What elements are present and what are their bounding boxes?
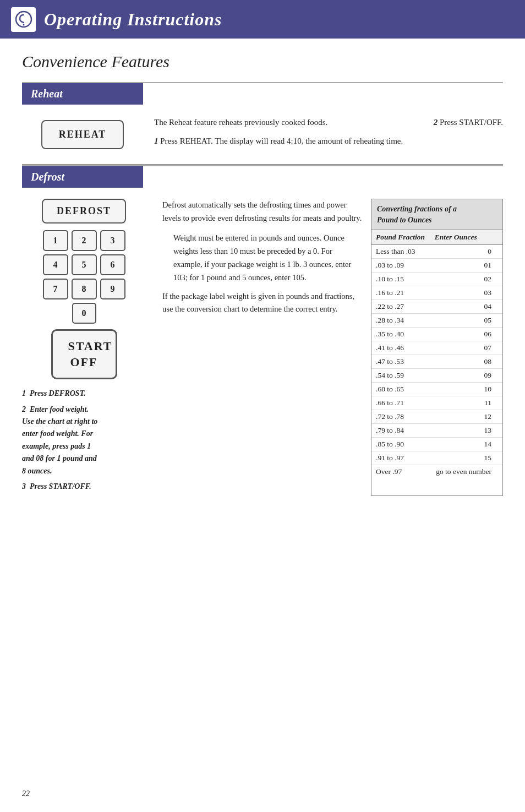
ounces-cell: 07 xyxy=(430,341,502,355)
start-off-button[interactable]: START OFF xyxy=(51,329,117,379)
table-row: .22 to .2704 xyxy=(371,300,502,314)
defrost-step3: 3 Press START/OFF. xyxy=(22,481,146,493)
table-row: .54 to .5909 xyxy=(371,369,502,383)
table-row: .60 to .6510 xyxy=(371,383,502,396)
ounces-cell: 04 xyxy=(430,300,502,314)
defrost-steps: 1 Press DEFROST. 2 Enter food weight. Us… xyxy=(22,388,146,493)
num-8[interactable]: 8 xyxy=(72,279,97,299)
defrost-auto-text: Defrost automatically sets the defrostin… xyxy=(162,199,363,225)
page-number: 22 xyxy=(22,789,30,798)
svg-point-1 xyxy=(23,24,24,26)
ounces-cell: 02 xyxy=(430,273,502,286)
table-row: .16 to .2103 xyxy=(371,286,502,300)
fraction-cell: .54 to .59 xyxy=(371,369,430,383)
table-row: .35 to .4006 xyxy=(371,328,502,341)
col2-header: Enter Ounces xyxy=(430,230,502,245)
ounces-cell: 13 xyxy=(430,424,502,438)
page-header: Operating Instructions xyxy=(0,0,525,39)
defrost-label-text: If the package label weight is given in … xyxy=(162,290,363,317)
table-row: .85 to .9014 xyxy=(371,438,502,451)
reheat-content: REHEAT The Reheat feature reheats previo… xyxy=(22,105,503,165)
num-7[interactable]: 7 xyxy=(43,279,68,299)
defrost-step2: 2 Enter food weight. Use the chart at ri… xyxy=(22,404,146,477)
fraction-cell: .28 to .34 xyxy=(371,314,430,328)
defrost-content: DEFROST 1 2 3 4 5 6 7 8 9 0 xyxy=(22,188,503,507)
defrost-step1: 1 Press DEFROST. xyxy=(22,388,146,400)
num-6[interactable]: 6 xyxy=(100,254,125,275)
fraction-cell: .85 to .90 xyxy=(371,438,430,451)
num-4[interactable]: 4 xyxy=(43,254,68,275)
table-row: .03 to .0901 xyxy=(371,259,502,273)
fraction-cell: .22 to .27 xyxy=(371,300,430,314)
fraction-cell: .16 to .21 xyxy=(371,286,430,300)
ounces-cell: 08 xyxy=(430,355,502,369)
num-2[interactable]: 2 xyxy=(72,230,97,251)
num-5[interactable]: 5 xyxy=(72,254,97,275)
reheat-section-header: Reheat xyxy=(22,83,143,105)
table-row: Less than .030 xyxy=(371,245,502,259)
reheat-label: Reheat xyxy=(31,88,63,100)
col1-header: Pound Fraction xyxy=(371,230,430,245)
fraction-cell: Over .97 xyxy=(371,465,430,479)
ounces-cell: 03 xyxy=(430,286,502,300)
table-row: .47 to .5308 xyxy=(371,355,502,369)
fraction-cell: .10 to .15 xyxy=(371,273,430,286)
num-9[interactable]: 9 xyxy=(100,279,125,299)
num-3[interactable]: 3 xyxy=(100,230,125,251)
table-row: Over .97go to even number xyxy=(371,465,502,479)
fraction-cell: .41 to .46 xyxy=(371,341,430,355)
ounces-cell: 0 xyxy=(430,245,502,259)
table-row: .79 to .8413 xyxy=(371,424,502,438)
defrost-keypad: DEFROST 1 2 3 4 5 6 7 8 9 0 xyxy=(22,199,146,379)
fraction-cell: .91 to .97 xyxy=(371,451,430,465)
numpad-grid: 1 2 3 4 5 6 7 8 9 xyxy=(43,230,125,299)
table-row: .91 to .9715 xyxy=(371,451,502,465)
conversion-chart: Converting fractions of a Pound to Ounce… xyxy=(371,199,503,496)
page-title: Operating Instructions xyxy=(44,9,222,30)
defrost-weight-text: Weight must be entered in pounds and oun… xyxy=(173,232,363,285)
reheat-section: Reheat REHEAT The Reheat feature reheats… xyxy=(22,83,503,165)
fraction-cell: Less than .03 xyxy=(371,245,430,259)
table-row: .10 to .1502 xyxy=(371,273,502,286)
fraction-cell: .35 to .40 xyxy=(371,328,430,341)
defrost-label: Defrost xyxy=(31,171,64,183)
fraction-cell: .60 to .65 xyxy=(371,383,430,396)
ounces-cell: 11 xyxy=(430,396,502,410)
num-1[interactable]: 1 xyxy=(43,230,68,251)
conversion-table: Pound Fraction Enter Ounces Less than .0… xyxy=(371,230,502,478)
ounces-cell: 14 xyxy=(430,438,502,451)
fraction-cell: .47 to .53 xyxy=(371,355,430,369)
reheat-description: The Reheat feature reheats previously co… xyxy=(154,116,406,153)
defrost-section-header: Defrost xyxy=(22,166,143,188)
ounces-cell: 09 xyxy=(430,369,502,383)
defrost-left-panel: DEFROST 1 2 3 4 5 6 7 8 9 0 xyxy=(22,199,154,496)
defrost-middle-panel: Defrost automatically sets the defrostin… xyxy=(154,199,371,496)
manual-icon xyxy=(11,7,36,32)
ounces-cell: 06 xyxy=(430,328,502,341)
page-subtitle: Convenience Features xyxy=(22,52,503,71)
table-row: .66 to .7111 xyxy=(371,396,502,410)
fraction-cell: .03 to .09 xyxy=(371,259,430,273)
fraction-cell: .66 to .71 xyxy=(371,396,430,410)
table-row: .41 to .4607 xyxy=(371,341,502,355)
ounces-cell: 05 xyxy=(430,314,502,328)
defrost-button[interactable]: DEFROST xyxy=(42,199,126,224)
ounces-cell: go to even number xyxy=(430,465,502,479)
ounces-cell: 15 xyxy=(430,451,502,465)
table-row: .28 to .3405 xyxy=(371,314,502,328)
page-body: Convenience Features Reheat REHEAT The R… xyxy=(0,39,525,529)
ounces-cell: 10 xyxy=(430,383,502,396)
ounces-cell: 12 xyxy=(430,410,502,424)
conversion-header: Converting fractions of a Pound to Ounce… xyxy=(371,199,502,230)
table-row: .72 to .7812 xyxy=(371,410,502,424)
zero-row: 0 xyxy=(43,303,125,324)
chart-title: Converting fractions of a Pound to Ounce… xyxy=(377,204,497,225)
reheat-button[interactable]: REHEAT xyxy=(41,120,124,149)
num-0[interactable]: 0 xyxy=(72,303,96,324)
reheat-desc-text: The Reheat feature reheats previously co… xyxy=(154,116,406,129)
fraction-cell: .72 to .78 xyxy=(371,410,430,424)
reheat-step2: 2 Press START/OFF. xyxy=(434,116,503,153)
ounces-cell: 01 xyxy=(430,259,502,273)
reheat-left-panel: REHEAT xyxy=(22,116,143,153)
fraction-cell: .79 to .84 xyxy=(371,424,430,438)
